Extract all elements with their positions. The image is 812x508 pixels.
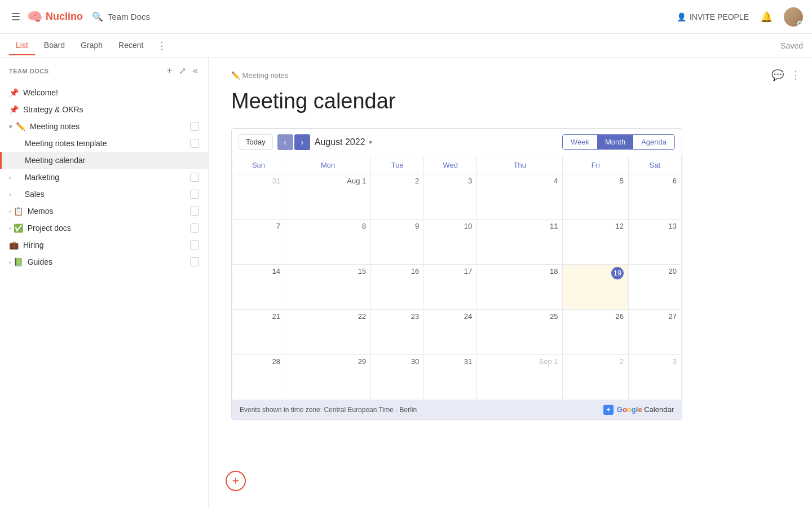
calendar-day-aug2[interactable]: 2 <box>371 174 424 219</box>
hiring-checkbox[interactable] <box>190 240 199 249</box>
tab-graph[interactable]: Graph <box>74 36 109 55</box>
month-view-button[interactable]: Month <box>597 135 633 149</box>
sidebar-item-meeting-notes[interactable]: ▾ ✏️ Meeting notes <box>0 118 208 135</box>
calendar: Today ‹ › August 2022 ▾ Week Month Agend… <box>231 128 682 420</box>
sidebar-item-welcome[interactable]: 📌 Welcome! <box>0 84 208 101</box>
calendar-day-aug23[interactable]: 23 <box>371 309 424 354</box>
expand-icon[interactable]: ⤢ <box>178 64 187 77</box>
sidebar-item-meeting-notes-template[interactable]: Meeting notes template <box>0 135 208 152</box>
next-month-button[interactable]: › <box>294 134 310 150</box>
day-header-fri: Fri <box>563 156 628 174</box>
online-status-dot <box>797 21 802 26</box>
comment-icon[interactable]: 💬 <box>771 69 784 81</box>
calendar-day-sep3[interactable]: 3 <box>628 354 681 400</box>
calendar-day-aug3[interactable]: 3 <box>424 174 477 219</box>
sidebar-item-meeting-calendar[interactable]: Meeting calendar <box>0 152 208 169</box>
sales-checkbox[interactable] <box>190 190 199 199</box>
pencil-icon: ✏️ <box>16 122 25 131</box>
hamburger-menu[interactable]: ☰ <box>9 8 23 25</box>
book-icon: 📗 <box>14 257 23 266</box>
project-docs-checkbox[interactable] <box>190 224 199 233</box>
memos-checkbox[interactable] <box>190 207 199 216</box>
calendar-day-aug13[interactable]: 13 <box>628 219 681 264</box>
agenda-view-button[interactable]: Agenda <box>633 135 674 149</box>
calendar-day-aug16[interactable]: 16 <box>371 264 424 309</box>
calendar-day-aug18[interactable]: 18 <box>477 264 563 309</box>
calendar-day-aug10[interactable]: 10 <box>424 219 477 264</box>
marketing-checkbox[interactable] <box>190 173 199 182</box>
calendar-day-aug8[interactable]: 8 <box>285 219 370 264</box>
calendar-day-aug4[interactable]: 4 <box>477 174 563 219</box>
calendar-view-buttons: Week Month Agenda <box>562 134 675 150</box>
user-avatar[interactable] <box>784 7 803 27</box>
google-calendar-plus-icon: + <box>603 405 614 415</box>
sidebar-item-marketing[interactable]: › Marketing <box>0 169 208 186</box>
tab-recent[interactable]: Recent <box>112 36 150 55</box>
calendar-day-aug26[interactable]: 26 <box>563 309 628 354</box>
sidebar-item-memos[interactable]: › 📋 Memos <box>0 203 208 220</box>
month-dropdown-icon[interactable]: ▾ <box>369 138 372 146</box>
calendar-day-aug31[interactable]: 31 <box>424 354 477 400</box>
calendar-day-aug29[interactable]: 29 <box>285 354 370 400</box>
tab-list[interactable]: List <box>9 36 35 55</box>
search-icon: 🔍 <box>92 11 103 22</box>
collapse-sidebar-icon[interactable]: « <box>192 64 199 77</box>
calendar-days-header: Sun Mon Tue Wed Thu Fri Sat <box>232 156 682 174</box>
calendar-day-aug25[interactable]: 25 <box>477 309 563 354</box>
calendar-day-aug12[interactable]: 12 <box>563 219 628 264</box>
sidebar-item-sales[interactable]: › Sales <box>0 186 208 203</box>
tab-board[interactable]: Board <box>37 36 72 55</box>
sidebar-item-strategy[interactable]: 📌 Strategy & OKRs <box>0 101 208 118</box>
calendar-day-aug7[interactable]: 7 <box>232 219 285 264</box>
day-header-mon: Mon <box>285 156 370 174</box>
calendar-day-jul31[interactable]: 31 <box>232 174 285 219</box>
invite-people-button[interactable]: 👤 INVITE PEOPLE <box>677 12 749 21</box>
calendar-day-aug28[interactable]: 28 <box>232 354 285 400</box>
more-tabs-icon[interactable]: ⋮ <box>152 35 171 56</box>
calendar-day-sep1[interactable]: Sep 1 <box>477 354 563 400</box>
calendar-day-aug19-today[interactable]: 19 <box>563 264 628 309</box>
sidebar-item-hiring[interactable]: 💼 Hiring <box>0 237 208 253</box>
template-checkbox[interactable] <box>190 139 199 148</box>
calendar-day-aug14[interactable]: 14 <box>232 264 285 309</box>
more-options-icon[interactable]: ⋮ <box>791 69 801 81</box>
saved-status: Saved <box>780 41 803 50</box>
prev-month-button[interactable]: ‹ <box>277 134 293 150</box>
calendar-grid: Sun Mon Tue Wed Thu Fri Sat 31 <box>232 156 682 400</box>
add-item-icon[interactable]: + <box>166 64 173 77</box>
calendar-week-2: 7 8 9 10 11 12 13 <box>232 219 682 264</box>
calendar-day-aug30[interactable]: 30 <box>371 354 424 400</box>
add-item-float-button[interactable]: + <box>226 471 246 491</box>
clipboard-icon: 📋 <box>14 207 23 216</box>
calendar-day-sep2[interactable]: 2 <box>563 354 628 400</box>
search-area[interactable]: 🔍 Team Docs <box>92 11 668 22</box>
pin-icon-2: 📌 <box>9 105 19 114</box>
sidebar-header: TEAM DOCS + ⤢ « <box>0 58 208 84</box>
sidebar-item-guides[interactable]: › 📗 Guides <box>0 253 208 270</box>
sidebar-actions: + ⤢ « <box>166 64 199 77</box>
meeting-notes-checkbox[interactable] <box>190 122 199 131</box>
today-button[interactable]: Today <box>239 134 273 150</box>
calendar-day-aug6[interactable]: 6 <box>628 174 681 219</box>
app-logo[interactable]: 🧠 Nuclino <box>27 10 83 24</box>
calendar-day-aug15[interactable]: 15 <box>285 264 370 309</box>
chevron-right-icon-5: › <box>9 259 11 265</box>
guides-checkbox[interactable] <box>190 257 199 266</box>
calendar-week-1: 31 Aug 1 2 3 4 5 6 <box>232 174 682 219</box>
calendar-day-aug24[interactable]: 24 <box>424 309 477 354</box>
sidebar-item-project-docs[interactable]: › ✅ Project docs <box>0 220 208 237</box>
app-name: Nuclino <box>46 11 83 23</box>
calendar-day-aug27[interactable]: 27 <box>628 309 681 354</box>
calendar-nav: ‹ › <box>277 134 310 150</box>
calendar-day-aug5[interactable]: 5 <box>563 174 628 219</box>
week-view-button[interactable]: Week <box>563 135 597 149</box>
calendar-day-aug17[interactable]: 17 <box>424 264 477 309</box>
google-calendar-link[interactable]: + Google Calendar <box>603 405 674 415</box>
calendar-day-aug21[interactable]: 21 <box>232 309 285 354</box>
calendar-day-aug9[interactable]: 9 <box>371 219 424 264</box>
calendar-day-aug20[interactable]: 20 <box>628 264 681 309</box>
calendar-day-aug11[interactable]: 11 <box>477 219 563 264</box>
notifications-bell-icon[interactable]: 🔔 <box>760 11 773 23</box>
calendar-day-aug1[interactable]: Aug 1 <box>285 174 370 219</box>
calendar-day-aug22[interactable]: 22 <box>285 309 370 354</box>
